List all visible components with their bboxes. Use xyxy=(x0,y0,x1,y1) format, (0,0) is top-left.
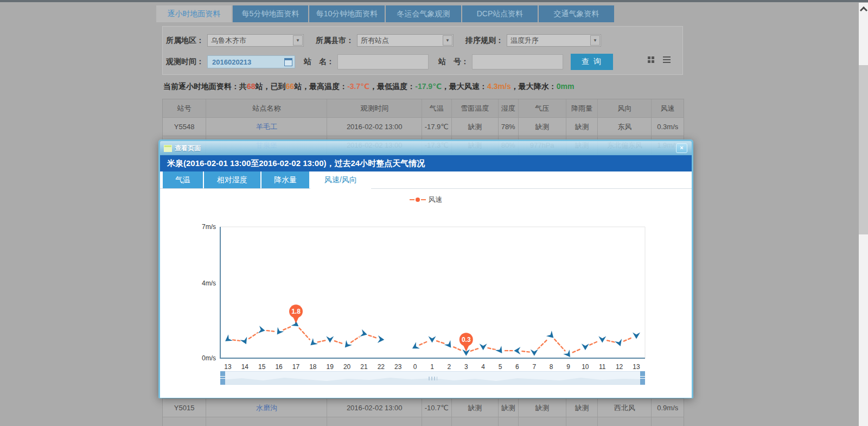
page: 逐小时地面资料每5分钟地面资料每10分钟地面资料冬运会气象观测DCP站点资料交通… xyxy=(0,0,868,426)
column-header: 观测时间 xyxy=(327,99,422,117)
svg-text:1.8: 1.8 xyxy=(291,308,301,315)
close-icon[interactable]: × xyxy=(676,143,687,153)
sort-select[interactable]: 温度升序 ▼ xyxy=(507,34,601,47)
modal-tab[interactable]: 风速/风向 xyxy=(310,171,371,189)
county-select[interactable]: 所有站点 ▼ xyxy=(357,34,454,47)
table-cell: 东风 xyxy=(598,118,652,136)
table-cell: 缺测 xyxy=(452,399,499,417)
main-tab[interactable]: 每10分钟地面资料 xyxy=(309,5,385,22)
table-cell xyxy=(652,417,684,426)
scrollbar-thumb[interactable] xyxy=(859,65,868,234)
station-name-input[interactable] xyxy=(337,54,429,69)
table-cell xyxy=(519,417,566,426)
column-header: 风向 xyxy=(598,99,652,117)
main-tab[interactable]: DCP站点资料 xyxy=(462,5,538,22)
window-icon xyxy=(164,145,172,152)
slider-right-handle[interactable] xyxy=(640,371,645,385)
summary-segment: ，最低温度： xyxy=(369,82,415,91)
region-select[interactable]: 乌鲁木齐市 ▼ xyxy=(207,34,304,47)
main-tabbar: 逐小时地面资料每5分钟地面资料每10分钟地面资料冬运会气象观测DCP站点资料交通… xyxy=(156,5,614,22)
svg-text:5: 5 xyxy=(499,363,502,371)
sort-value: 温度升序 xyxy=(507,36,539,46)
slider-left-handle[interactable] xyxy=(220,371,225,385)
filter-row-2: 观测时间： 2016020213 站 名： 站 号： 查 询 xyxy=(166,54,613,70)
obs-time-label: 观测时间： xyxy=(166,57,204,67)
svg-text:3: 3 xyxy=(464,363,468,371)
column-header: 降雨量 xyxy=(566,99,598,117)
svg-text:7m/s: 7m/s xyxy=(202,223,216,231)
summary-segment: 68 xyxy=(247,82,256,91)
svg-text:17: 17 xyxy=(292,363,300,371)
table-cell: 西北风 xyxy=(598,399,652,417)
svg-text:9: 9 xyxy=(566,363,570,371)
svg-text:0m/s: 0m/s xyxy=(202,354,216,362)
svg-text:21: 21 xyxy=(360,363,368,371)
chevron-down-icon[interactable]: ▼ xyxy=(443,35,452,46)
summary-segment: 当前逐小时地面资料：共 xyxy=(163,82,247,91)
summary-segment: ，最大风速： xyxy=(442,82,487,91)
main-tab[interactable]: 交通气象资料 xyxy=(539,5,614,22)
data-zoom-slider[interactable] xyxy=(220,371,645,385)
station-number-input[interactable] xyxy=(472,54,563,69)
slider-grip-dots xyxy=(429,377,437,380)
table-cell: 2016-02-02 13:00 xyxy=(327,118,422,136)
obs-time-value: 2016020213 xyxy=(212,58,251,66)
svg-text:8: 8 xyxy=(550,363,553,371)
svg-text:15: 15 xyxy=(258,363,266,371)
summary-segment: 0mm xyxy=(557,82,575,91)
legend-label: 风速 xyxy=(429,195,443,205)
station-link[interactable]: 羊毛工 xyxy=(256,123,277,131)
table-cell: 2016-02-02 13:00 xyxy=(327,399,422,417)
modal-tab[interactable]: 气温 xyxy=(163,171,203,188)
table-cell xyxy=(327,417,422,426)
summary-segment: 4.3m/s xyxy=(487,82,511,91)
table-row: Y5015水磨沟2016-02-02 13:00-10.7℃缺测缺测缺测缺测西北… xyxy=(163,399,684,417)
main-tab[interactable]: 冬运会气象观测 xyxy=(386,5,461,22)
svg-text:0: 0 xyxy=(413,363,417,371)
chart-legend[interactable]: 风速 xyxy=(160,195,692,205)
svg-text:13: 13 xyxy=(633,363,640,371)
svg-text:23: 23 xyxy=(394,363,402,371)
column-header: 气温 xyxy=(422,99,452,117)
summary-segment: 站，已到 xyxy=(256,82,286,91)
chevron-down-icon[interactable]: ▼ xyxy=(293,35,303,46)
svg-text:4: 4 xyxy=(481,363,485,371)
chevron-down-icon[interactable]: ▼ xyxy=(590,35,600,46)
modal-tab[interactable]: 相对湿度 xyxy=(204,171,260,188)
county-value: 所有站点 xyxy=(358,36,389,46)
calendar-icon[interactable] xyxy=(284,58,292,66)
main-tab[interactable]: 逐小时地面资料 xyxy=(156,5,232,22)
obs-time-input[interactable]: 2016020213 xyxy=(207,55,295,68)
list-view-icon[interactable] xyxy=(663,56,671,63)
region-value: 乌鲁木齐市 xyxy=(208,36,246,46)
column-header: 风速 xyxy=(652,99,684,117)
svg-text:18: 18 xyxy=(309,363,317,371)
svg-text:14: 14 xyxy=(241,363,249,371)
wind-speed-chart: 0m/s4m/s7m/s1314151617181920212223012345… xyxy=(196,218,652,375)
table-cell: 0.3m/s xyxy=(652,118,684,136)
table-cell xyxy=(598,417,652,426)
modal-tab[interactable]: 降水量 xyxy=(261,171,309,188)
scrollbar-up-icon[interactable] xyxy=(859,3,868,15)
table-cell: 缺测 xyxy=(519,399,566,417)
svg-text:0.3: 0.3 xyxy=(462,336,471,344)
svg-text:7: 7 xyxy=(532,363,536,371)
station-link[interactable]: 水磨沟 xyxy=(256,404,277,412)
region-label: 所属地区： xyxy=(166,36,204,46)
column-header: 站点名称 xyxy=(206,99,327,117)
station-name-label: 站 名： xyxy=(304,57,334,67)
summary-segment: -17.9℃ xyxy=(415,82,442,91)
grid-view-icon[interactable] xyxy=(648,56,654,63)
modal-title: 查看页面 xyxy=(175,144,201,153)
main-tab[interactable]: 每5分钟地面资料 xyxy=(233,5,308,22)
table-cell: 缺测 xyxy=(566,118,598,136)
browser-scrollbar[interactable] xyxy=(859,3,868,426)
top-border-line xyxy=(0,0,868,2)
search-button[interactable]: 查 询 xyxy=(571,54,613,70)
table-cell: Y5015 xyxy=(163,399,206,417)
modal-tabbar: 气温相对湿度降水量风速/风向 xyxy=(160,171,692,189)
table-header-row: 站号站点名称观测时间气温雪面温度湿度气压降雨量风向风速 xyxy=(163,99,684,118)
table-cell xyxy=(566,417,598,426)
table-row xyxy=(163,417,684,426)
table-cell: -17.9℃ xyxy=(422,118,452,136)
